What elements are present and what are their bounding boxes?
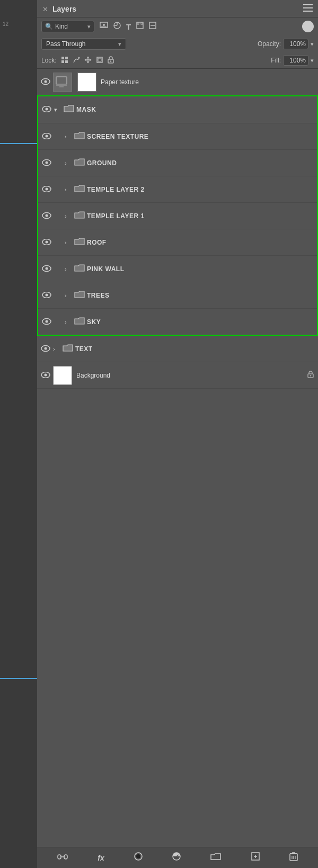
- layer-item-background[interactable]: Background: [37, 362, 318, 389]
- close-button[interactable]: ✕: [42, 5, 48, 13]
- expand-ground-chevron[interactable]: ›: [65, 160, 72, 166]
- thumb-paper-texture: [53, 73, 72, 92]
- svg-rect-0: [303, 4, 313, 5]
- layer-item-text[interactable]: › TEXT: [37, 336, 318, 362]
- expand-roof-chevron[interactable]: ›: [65, 239, 72, 246]
- layer-item-sky[interactable]: › SKY: [38, 308, 317, 335]
- layer-item-pink-wall[interactable]: › PINK WALL: [38, 255, 317, 282]
- svg-rect-23: [56, 84, 67, 86]
- lock-icons: [61, 56, 114, 65]
- opacity-value[interactable]: 100%: [283, 39, 308, 49]
- svg-point-44: [45, 347, 47, 350]
- layer-name-screen-texture: SCREEN TEXTURE: [87, 133, 313, 140]
- layer-item-temple-layer-2[interactable]: › TEMPLE LAYER 2: [38, 176, 317, 202]
- panel-title: Layers: [52, 5, 76, 13]
- expand-sky-chevron[interactable]: ›: [65, 319, 72, 325]
- delete-layer-icon[interactable]: [289, 852, 298, 864]
- lock-move-icon[interactable]: [84, 56, 92, 65]
- visibility-icon-ground[interactable]: [41, 159, 52, 167]
- layer-name-text: TEXT: [75, 345, 314, 353]
- svg-rect-22: [56, 77, 67, 84]
- layer-item-trees[interactable]: › TREES: [38, 282, 317, 308]
- svg-rect-1: [303, 7, 313, 8]
- lock-pixels-icon[interactable]: [61, 56, 68, 65]
- lock-artboard-icon[interactable]: [96, 56, 103, 65]
- search-icon: 🔍: [45, 23, 53, 30]
- kind-label: Kind: [55, 23, 68, 30]
- layer-name-temple-layer-1: TEMPLE LAYER 1: [87, 212, 313, 220]
- lock-art-icon[interactable]: [73, 56, 80, 65]
- svg-rect-8: [137, 23, 139, 24]
- svg-point-32: [46, 187, 48, 190]
- filter-row: 🔍 Kind ▾ T: [37, 17, 318, 35]
- layer-item-screen-texture[interactable]: › SCREEN TEXTURE: [38, 123, 317, 149]
- add-mask-icon[interactable]: [134, 852, 143, 863]
- expand-temple-layer-2-chevron[interactable]: ›: [65, 186, 72, 193]
- blend-mode-dropdown-arrow: ▾: [118, 41, 121, 48]
- svg-rect-17: [98, 58, 101, 61]
- image-filter-icon[interactable]: [100, 22, 108, 31]
- expand-pink-wall-chevron[interactable]: ›: [65, 266, 72, 272]
- svg-point-19: [110, 60, 111, 61]
- layers-list: Paper texture ▾ MASK: [37, 69, 318, 469]
- layer-name-roof: ROOF: [87, 239, 313, 246]
- adjustment-layer-icon[interactable]: [172, 852, 181, 863]
- shape-filter-icon[interactable]: [136, 22, 144, 31]
- fill-value[interactable]: 100%: [283, 55, 308, 66]
- visibility-icon-pink-wall[interactable]: [41, 265, 52, 273]
- layer-name-background: Background: [76, 372, 305, 379]
- layer-item-paper-texture[interactable]: Paper texture: [37, 69, 318, 95]
- blue-line-top: [0, 143, 37, 144]
- opacity-dropdown-arrow[interactable]: ▾: [311, 41, 314, 48]
- visibility-icon-text[interactable]: [40, 345, 51, 353]
- lock-label: Lock:: [41, 57, 57, 64]
- layer-item-roof[interactable]: › ROOF: [38, 229, 317, 255]
- link-layers-icon[interactable]: [57, 852, 68, 863]
- svg-point-40: [46, 293, 48, 296]
- layer-name-pink-wall: PINK WALL: [87, 265, 313, 273]
- fx-icon[interactable]: fx: [98, 854, 104, 862]
- expand-trees-chevron[interactable]: ›: [65, 292, 72, 299]
- layer-item-mask[interactable]: ▾ MASK: [38, 96, 317, 123]
- folder-icon-screen-texture: [74, 131, 85, 142]
- folder-icon-temple-layer-2: [74, 184, 85, 195]
- layer-item-ground[interactable]: › GROUND: [38, 149, 317, 176]
- bottom-toolbar: fx: [37, 847, 318, 868]
- folder-icon-pink-wall: [74, 264, 85, 274]
- expand-mask-chevron[interactable]: ▾: [54, 106, 61, 113]
- adjustment-filter-icon[interactable]: [113, 22, 121, 31]
- type-filter-icon[interactable]: T: [126, 22, 131, 31]
- visibility-icon-temple-layer-2[interactable]: [41, 185, 52, 194]
- expand-temple-layer-1-chevron[interactable]: ›: [65, 213, 72, 219]
- smart-filter-icon[interactable]: [149, 22, 156, 31]
- blend-mode-select[interactable]: Pass Through ▾: [41, 38, 126, 50]
- visibility-icon-roof[interactable]: [41, 238, 52, 247]
- visibility-icon-mask[interactable]: [41, 105, 52, 114]
- svg-point-30: [46, 161, 48, 164]
- new-layer-icon[interactable]: [251, 852, 260, 863]
- lock-all-icon[interactable]: [108, 56, 114, 65]
- visibility-icon-paper-texture[interactable]: [40, 78, 51, 86]
- svg-rect-9: [141, 23, 143, 24]
- layer-item-temple-layer-1[interactable]: › TEMPLE LAYER 1: [38, 202, 317, 229]
- visibility-icon-sky[interactable]: [41, 318, 52, 326]
- kind-select[interactable]: 🔍 Kind ▾: [41, 21, 94, 32]
- visibility-icon-trees[interactable]: [41, 291, 52, 300]
- svg-point-52: [136, 854, 140, 858]
- visibility-icon-screen-texture[interactable]: [41, 132, 52, 141]
- fill-dropdown-arrow[interactable]: ▾: [311, 57, 314, 64]
- visibility-icon-background[interactable]: [40, 371, 51, 380]
- blend-mode-label: Pass Through: [46, 40, 86, 48]
- new-group-icon[interactable]: [210, 852, 221, 863]
- expand-screen-texture-chevron[interactable]: ›: [65, 133, 72, 140]
- visibility-icon-temple-layer-1[interactable]: [41, 212, 52, 220]
- svg-point-5: [103, 24, 105, 26]
- folder-icon-trees: [74, 290, 85, 301]
- panel-menu-icon[interactable]: [303, 4, 313, 14]
- thumb-background: [53, 366, 72, 385]
- layer-name-trees: TREES: [87, 292, 313, 299]
- fx-label: fx: [98, 854, 104, 862]
- folder-icon-roof: [74, 237, 85, 248]
- expand-text-chevron[interactable]: ›: [53, 346, 60, 352]
- filter-toggle[interactable]: [302, 21, 314, 32]
